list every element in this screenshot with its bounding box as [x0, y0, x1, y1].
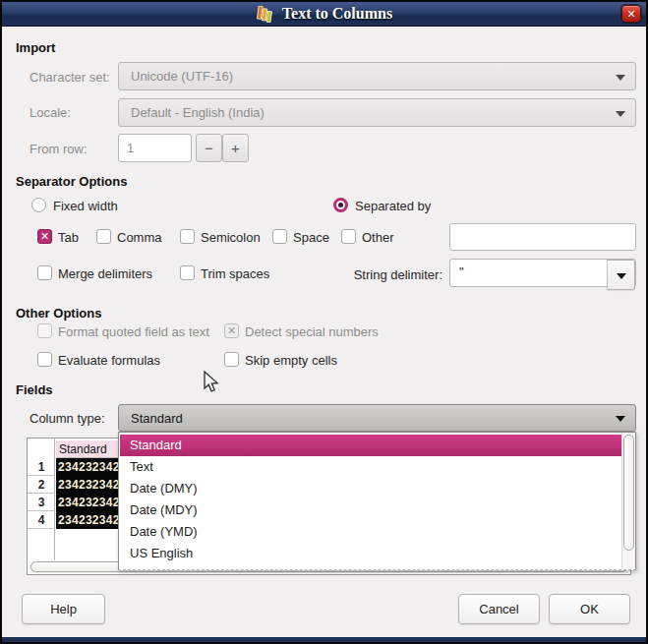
other-label: Other — [362, 230, 394, 245]
space-checkbox[interactable] — [272, 229, 287, 244]
trim-spaces-checkbox[interactable] — [180, 265, 195, 280]
locale-combo[interactable]: Default - English (India) — [118, 98, 636, 127]
dropdown-option-standard[interactable]: Standard — [120, 435, 621, 456]
evaluate-formulas-label: Evaluate formulas — [58, 353, 160, 368]
comma-label: Comma — [117, 230, 162, 245]
from-row-decrement-button[interactable]: − — [196, 134, 222, 162]
row-number: 3 — [28, 494, 55, 511]
dropdown-option-text[interactable]: Text — [120, 456, 620, 478]
fields-heading: Fields — [16, 382, 53, 397]
format-quoted-checkbox — [37, 323, 52, 338]
close-button[interactable]: ✕ — [621, 5, 641, 23]
cancel-button[interactable]: Cancel — [458, 594, 540, 624]
fixed-width-label: Fixed width — [53, 199, 118, 213]
semicolon-label: Semicolon — [201, 230, 261, 245]
import-heading: Import — [16, 40, 55, 55]
locale-label: Locale: — [29, 105, 71, 120]
format-quoted-label: Format quoted field as text — [58, 324, 209, 339]
separated-by-radio[interactable] — [333, 198, 348, 212]
chevron-down-icon — [616, 75, 625, 81]
chevron-down-icon — [616, 416, 625, 422]
column-type-dropdown-list: Standard Text Date (DMY) Date (MDY) Date… — [118, 432, 636, 570]
column-type-combo[interactable]: Standard — [118, 404, 636, 432]
dropdown-option-date-ymd[interactable]: Date (YMD) — [120, 521, 620, 543]
other-options-heading: Other Options — [16, 306, 101, 321]
semicolon-checkbox[interactable] — [180, 229, 195, 244]
from-row-increment-button[interactable]: + — [222, 134, 249, 162]
character-set-combo[interactable]: Unicode (UTF-16) — [118, 62, 636, 90]
evaluate-formulas-checkbox[interactable] — [37, 352, 52, 367]
string-delimiter-label: String delimiter: — [326, 267, 442, 282]
other-delimiter-input[interactable] — [449, 223, 636, 251]
dropdown-option-date-mdy[interactable]: Date (MDY) — [120, 499, 620, 521]
merge-delimiters-label: Merge delimiters — [58, 266, 152, 281]
dropdown-option-us-english[interactable]: US English — [120, 543, 620, 564]
mouse-cursor-icon — [204, 371, 219, 397]
title-bar: Text to Columns ✕ — [2, 2, 646, 27]
skip-empty-cells-checkbox[interactable] — [224, 352, 239, 367]
string-delimiter-value: " — [459, 264, 464, 279]
comma-checkbox[interactable] — [96, 229, 111, 244]
window-bottom-edge — [2, 637, 646, 642]
chevron-down-icon — [616, 111, 625, 117]
fixed-width-radio[interactable] — [31, 198, 46, 212]
separated-by-label: Separated by — [355, 199, 431, 213]
window-title: Text to Columns — [282, 5, 392, 23]
merge-delimiters-checkbox[interactable] — [37, 265, 52, 280]
help-button[interactable]: Help — [22, 594, 105, 624]
tab-checkbox[interactable] — [37, 229, 52, 244]
string-delimiter-combo[interactable]: " — [449, 259, 636, 287]
column-type-value: Standard — [131, 411, 183, 426]
from-row-label: From row: — [29, 142, 88, 156]
detect-special-numbers-checkbox — [224, 323, 239, 338]
space-label: Space — [293, 230, 329, 245]
from-row-input[interactable] — [118, 134, 192, 162]
vertical-scrollbar-thumb[interactable] — [623, 435, 634, 551]
row-number: 4 — [28, 511, 55, 529]
tab-label: Tab — [58, 230, 79, 245]
string-delimiter-dropdown-button[interactable] — [607, 260, 635, 290]
character-set-label: Character set: — [29, 70, 110, 85]
vertical-scrollbar[interactable] — [621, 433, 635, 569]
text-to-columns-icon — [256, 6, 275, 23]
skip-empty-cells-label: Skip empty cells — [245, 353, 337, 368]
separator-options-heading: Separator Options — [16, 174, 127, 189]
detect-special-numbers-label: Detect special numbers — [245, 324, 379, 339]
row-number: 2 — [28, 476, 55, 494]
other-checkbox[interactable] — [341, 229, 356, 244]
text-to-columns-dialog: Text to Columns ✕ Import Character set: … — [0, 0, 648, 644]
locale-value: Default - English (India) — [131, 105, 265, 120]
character-set-value: Unicode (UTF-16) — [131, 69, 233, 84]
ok-button[interactable]: OK — [549, 594, 630, 624]
trim-spaces-label: Trim spaces — [201, 266, 269, 281]
column-type-label: Column type: — [29, 411, 105, 426]
dropdown-option-date-dmy[interactable]: Date (DMY) — [120, 478, 620, 499]
row-number: 1 — [28, 458, 55, 476]
